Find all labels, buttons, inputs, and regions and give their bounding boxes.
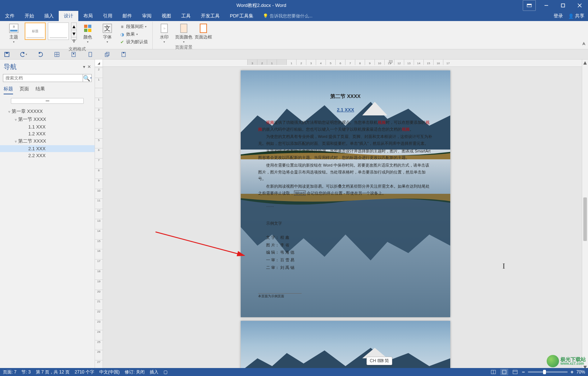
tab-review[interactable]: 审阅 xyxy=(137,11,157,21)
tab-home[interactable]: 开始 xyxy=(20,11,39,21)
status-language[interactable]: 中文(中国) xyxy=(99,369,120,375)
theme-thumb[interactable] xyxy=(48,23,69,40)
close-button[interactable] xyxy=(571,0,588,11)
tab-insert[interactable]: 插入 xyxy=(39,11,59,21)
quick-access-toolbar: ▾ xyxy=(0,49,588,60)
status-word-count[interactable]: 2710 个字 xyxy=(75,369,94,375)
zoom-slider[interactable] xyxy=(528,371,568,373)
tab-layout[interactable]: 布局 xyxy=(78,11,98,21)
page-content[interactable]: 第二节 XXXX 2.1 XXX 视频提供了功能强大的方法帮助您证明您的观点。当… xyxy=(241,70,450,311)
table-button[interactable] xyxy=(53,50,61,58)
status-macro[interactable]: ▢ xyxy=(163,369,167,375)
fonts-button[interactable]: 文 字体 ▾ xyxy=(99,23,116,44)
page-borders-button[interactable]: 页面边框 xyxy=(195,23,212,40)
tree-item[interactable]: ▿第一节 XXXX xyxy=(0,115,95,123)
status-page-of[interactable]: 第 7 页，共 12 页 xyxy=(36,369,70,375)
tab-design[interactable]: 设计 xyxy=(59,11,78,21)
page-color-icon xyxy=(178,23,190,34)
view-web-layout[interactable] xyxy=(511,369,519,375)
svg-rect-33 xyxy=(502,370,506,374)
colors-button[interactable]: 颜色 ▾ xyxy=(79,23,96,44)
document-formatting-gallery[interactable]: 标题 ▴▾▿ xyxy=(25,23,77,40)
scroll-up-button[interactable]: ▲ xyxy=(582,60,588,66)
maximize-button[interactable] xyxy=(555,0,571,11)
scroll-thumb[interactable] xyxy=(583,197,587,241)
nav-tab-headings[interactable]: 标题 xyxy=(4,86,13,94)
nav-tab-results[interactable]: 结果 xyxy=(36,86,45,94)
themes-icon: 文 xyxy=(8,23,20,34)
tab-tools[interactable]: 工具 xyxy=(176,11,196,21)
svg-line-30 xyxy=(156,232,244,256)
page-button[interactable] xyxy=(86,50,94,58)
statusbar: 页面: 7 节: 3 第 7 页，共 12 页 2710 个字 中文(中国) 修… xyxy=(0,368,588,376)
caret-icon[interactable]: ▿ xyxy=(13,139,18,143)
tab-file[interactable]: 文件 xyxy=(0,11,20,21)
zoom-level[interactable]: 70% xyxy=(576,369,585,375)
tab-mailings[interactable]: 邮件 xyxy=(117,11,137,21)
tree-item[interactable]: 1.2 XXX xyxy=(0,130,95,137)
svg-rect-10 xyxy=(88,25,91,28)
undo-button[interactable]: ▾ xyxy=(20,50,28,58)
theme-thumb[interactable]: 标题 xyxy=(25,23,46,40)
tree-item[interactable]: ▿第二节 XXXX xyxy=(0,137,95,145)
tab-references[interactable]: 引用 xyxy=(98,11,117,21)
vertical-scrollbar[interactable]: ▲ ▼ xyxy=(582,60,588,370)
form-button[interactable] xyxy=(70,50,78,58)
caret-icon[interactable]: ▿ xyxy=(7,110,12,114)
status-track-changes[interactable]: 修订: 关闭 xyxy=(125,369,145,375)
zoom-out-button[interactable]: − xyxy=(522,369,525,375)
tab-developer[interactable]: 开发工具 xyxy=(196,11,225,21)
svg-text:文: 文 xyxy=(104,25,111,32)
search-input[interactable] xyxy=(3,74,83,82)
vertical-ruler[interactable]: ◢ 21123456789101112131415161718192021222… xyxy=(95,60,103,370)
tab-pdf[interactable]: PDF工具集 xyxy=(225,11,258,21)
search-button[interactable]: 🔍▾ xyxy=(83,74,91,82)
effects-button[interactable]: ◑效果▾ xyxy=(118,31,149,38)
tree-item[interactable]: 1.1 XXX xyxy=(0,123,95,130)
svg-rect-27 xyxy=(105,53,108,57)
tab-view[interactable]: 视图 xyxy=(157,11,176,21)
document-canvas[interactable]: 第二节 XXXX 2.1 XXX 视频提供了功能强大的方法帮助您证明您的观点。当… xyxy=(103,67,588,370)
document-page[interactable]: 第二节 XXXX 2.1 XXX 视频提供了功能强大的方法帮助您证明您的观点。当… xyxy=(241,70,450,317)
dropdown-icon: ▾ xyxy=(87,40,88,44)
tree-item[interactable]: ▿第一章 XXXXX xyxy=(0,107,95,115)
nav-dropdown-icon[interactable]: ▾ xyxy=(83,64,85,69)
themes-button[interactable]: 文 主题 ▾ xyxy=(5,23,22,44)
horizontal-ruler[interactable]: 3211234567891011121314151617 xyxy=(103,60,588,67)
svg-rect-17 xyxy=(181,24,187,33)
save-button[interactable] xyxy=(3,50,11,58)
ruler-corner[interactable]: ◢ xyxy=(95,60,103,67)
status-section[interactable]: 节: 3 xyxy=(21,369,30,375)
tree-item[interactable]: 2.1 XXX xyxy=(0,145,95,152)
view-read-mode[interactable] xyxy=(489,369,497,375)
nav-search[interactable]: 🔍▾ xyxy=(3,74,92,82)
watermark-button[interactable]: A 水印 ▾ xyxy=(156,23,173,44)
nav-tab-pages[interactable]: 页面 xyxy=(20,86,29,94)
ime-indicator[interactable]: CH ⌨ 简 xyxy=(367,357,392,365)
main-area: 导航 ▾ ✕ 🔍▾ 标题 页面 结果 ▿第一章 XXXXX ▿第一节 XXXX … xyxy=(0,60,588,370)
page-color-button[interactable]: 页面颜色 ▾ xyxy=(175,23,192,44)
share-button[interactable]: 👤共享 xyxy=(568,13,584,19)
view-print-layout[interactable] xyxy=(500,369,508,375)
tell-me-search[interactable]: 💡 告诉我您想要做什么... xyxy=(263,11,312,21)
svg-rect-28 xyxy=(106,52,109,56)
minimize-button[interactable] xyxy=(538,0,555,11)
document-page[interactable] xyxy=(241,321,450,370)
zoom-slider-knob[interactable] xyxy=(543,370,546,374)
ribbon-display-options-icon[interactable] xyxy=(523,0,536,11)
collapse-ribbon-button[interactable]: ⮝ xyxy=(582,41,586,46)
status-insert-mode[interactable]: 插入 xyxy=(150,369,158,375)
login-button[interactable]: 登录 xyxy=(554,13,563,19)
tree-item[interactable]: 2.2 XXX xyxy=(0,152,95,159)
zoom-in-button[interactable]: + xyxy=(571,369,573,375)
redo-button[interactable] xyxy=(36,50,44,58)
nav-close-button[interactable]: ✕ xyxy=(87,64,91,69)
paste-options-button[interactable] xyxy=(120,50,128,58)
set-default-button[interactable]: ✔设为默认值 xyxy=(118,38,149,45)
copy-button[interactable] xyxy=(103,50,111,58)
gallery-expand-button[interactable]: ▴▾▿ xyxy=(71,23,77,40)
status-page[interactable]: 页面: 7 xyxy=(3,369,16,375)
nav-jump-bar[interactable] xyxy=(11,98,84,104)
caret-icon[interactable]: ▿ xyxy=(13,118,18,122)
paragraph-spacing-button[interactable]: ≡段落间距▾ xyxy=(118,23,149,30)
